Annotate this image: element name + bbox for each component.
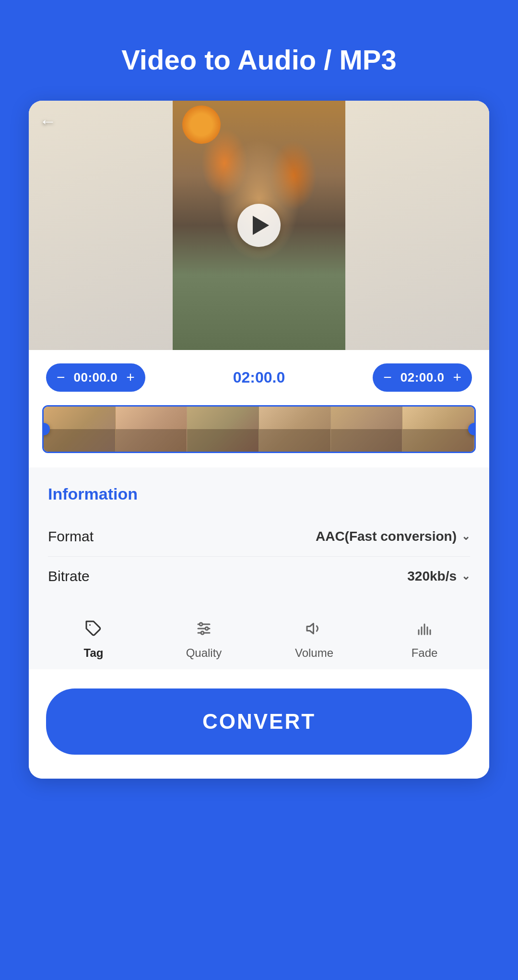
- end-plus-button[interactable]: +: [453, 370, 461, 385]
- bitrate-chevron-icon: ⌄: [461, 570, 470, 583]
- total-duration: 02:00.0: [233, 369, 285, 386]
- convert-section: CONVERT: [29, 669, 489, 779]
- play-button[interactable]: [237, 204, 281, 247]
- svg-marker-7: [307, 623, 314, 633]
- filmstrip-wrapper: [42, 405, 476, 453]
- start-time-control[interactable]: − 00:00.0 +: [46, 363, 145, 392]
- start-minus-button[interactable]: −: [57, 370, 65, 385]
- start-time-value: 00:00.0: [74, 370, 118, 385]
- back-button[interactable]: ←: [39, 111, 57, 131]
- svg-point-5: [205, 627, 208, 630]
- filmstrip-frame-5: [331, 407, 403, 452]
- tool-tabs: Tag Quality Volu: [29, 606, 489, 669]
- tag-icon: [85, 620, 102, 642]
- filmstrip[interactable]: [42, 405, 476, 453]
- svg-point-4: [200, 623, 202, 626]
- tab-quality-label: Quality: [186, 646, 222, 660]
- format-label: Format: [48, 528, 94, 545]
- svg-point-6: [201, 631, 204, 634]
- tab-fade-label: Fade: [412, 646, 438, 660]
- page-title: Video to Audio / MP3: [121, 43, 397, 77]
- format-chevron-icon: ⌄: [461, 530, 470, 543]
- information-section: Information Format AAC(Fast conversion) …: [29, 467, 489, 606]
- filmstrip-container: [29, 405, 489, 467]
- tab-volume-label: Volume: [295, 646, 333, 660]
- filmstrip-frame-3: [187, 407, 259, 452]
- filmstrip-frame-2: [116, 407, 188, 452]
- filmstrip-frame-4: [259, 407, 331, 452]
- tab-tag[interactable]: Tag: [70, 620, 118, 660]
- main-card: ← − 00:00.0 + 02:00.0 − 02:00.0 +: [29, 101, 489, 779]
- tab-fade[interactable]: Fade: [400, 620, 448, 660]
- fade-icon: [416, 620, 433, 642]
- format-selector[interactable]: AAC(Fast conversion) ⌄: [316, 529, 470, 544]
- tab-tag-label: Tag: [84, 646, 104, 660]
- filmstrip-frame-6: [402, 407, 474, 452]
- information-title: Information: [48, 485, 470, 503]
- bitrate-selector[interactable]: 320kb/s ⌄: [407, 569, 470, 584]
- time-controls: − 00:00.0 + 02:00.0 − 02:00.0 +: [29, 350, 489, 405]
- bitrate-label: Bitrate: [48, 568, 90, 584]
- start-plus-button[interactable]: +: [126, 370, 135, 385]
- bitrate-value: 320kb/s: [407, 569, 457, 584]
- video-preview: ←: [29, 101, 489, 350]
- volume-icon: [306, 620, 323, 642]
- convert-button[interactable]: CONVERT: [46, 688, 472, 755]
- video-left-panel: [29, 101, 173, 350]
- tab-volume[interactable]: Volume: [290, 620, 338, 660]
- end-time-value: 02:00.0: [400, 370, 445, 385]
- play-icon: [253, 216, 269, 235]
- bitrate-row: Bitrate 320kb/s ⌄: [48, 557, 470, 596]
- tab-quality[interactable]: Quality: [180, 620, 228, 660]
- filmstrip-frame-1: [44, 407, 116, 452]
- video-right-panel: [345, 101, 489, 350]
- end-minus-button[interactable]: −: [383, 370, 392, 385]
- end-time-control[interactable]: − 02:00.0 +: [373, 363, 472, 392]
- quality-icon: [195, 620, 212, 642]
- format-value: AAC(Fast conversion): [316, 529, 457, 544]
- format-row: Format AAC(Fast conversion) ⌄: [48, 517, 470, 557]
